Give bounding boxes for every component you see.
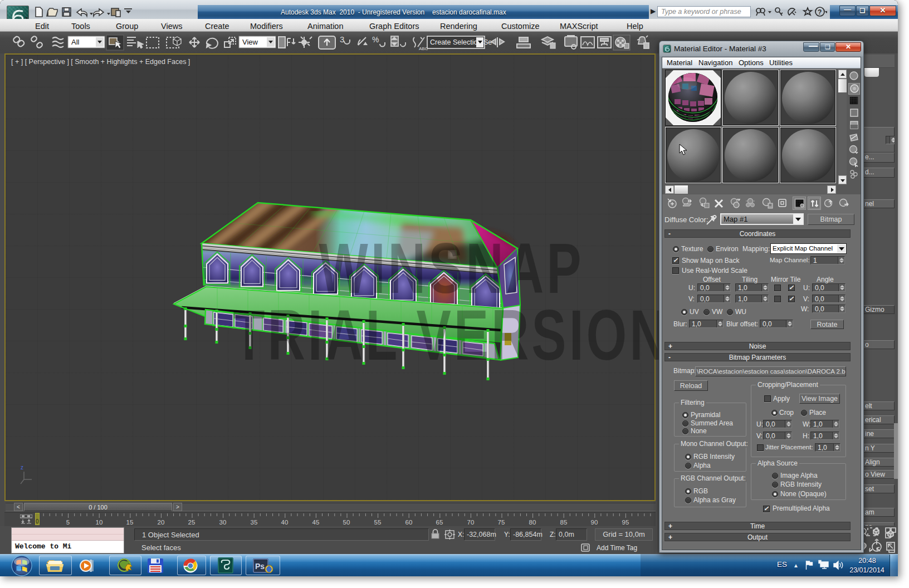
svg-text:5: 5 xyxy=(66,519,70,526)
svg-text:15: 15 xyxy=(126,519,134,526)
svg-text:55: 55 xyxy=(374,519,382,526)
svg-text:3: 3 xyxy=(340,35,344,44)
svg-text:95: 95 xyxy=(622,519,629,526)
svg-text:60: 60 xyxy=(405,519,413,526)
svg-text:35: 35 xyxy=(251,519,258,526)
svg-text:75: 75 xyxy=(498,519,505,526)
svg-text:30: 30 xyxy=(219,519,227,526)
svg-text:85: 85 xyxy=(560,519,568,526)
svg-text:ABC: ABC xyxy=(419,46,428,51)
svg-text:Ps: Ps xyxy=(255,562,265,571)
svg-text:View: View xyxy=(242,38,258,46)
svg-text:70: 70 xyxy=(467,519,475,526)
svg-text:45: 45 xyxy=(312,519,320,526)
svg-text:25: 25 xyxy=(188,519,196,526)
svg-text:90: 90 xyxy=(591,519,598,526)
svg-text:65: 65 xyxy=(436,519,443,526)
svg-text:All: All xyxy=(71,38,80,46)
svg-text:20: 20 xyxy=(158,519,165,526)
svg-text:?: ? xyxy=(818,8,822,16)
svg-text:10: 10 xyxy=(96,519,103,526)
svg-text:40: 40 xyxy=(281,519,289,526)
svg-text:50: 50 xyxy=(343,519,350,526)
svg-text:80: 80 xyxy=(529,519,536,526)
svg-text:%: % xyxy=(372,35,379,44)
